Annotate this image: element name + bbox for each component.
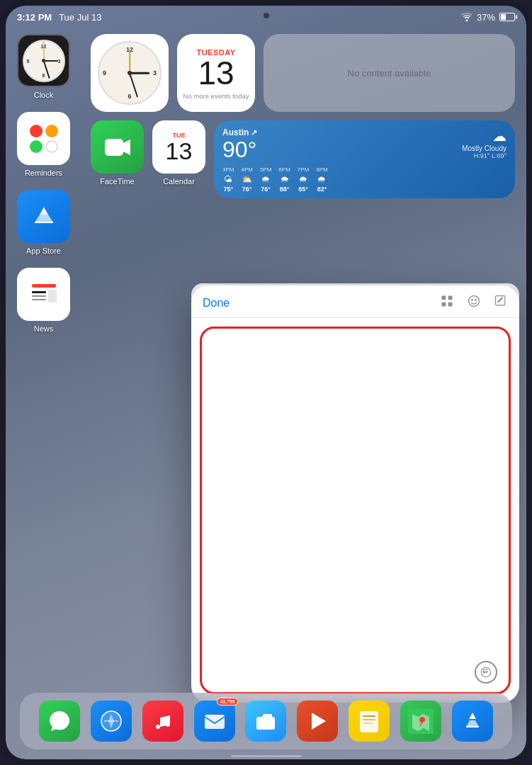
scribble-button[interactable] (475, 661, 497, 684)
status-right: 37% (461, 12, 515, 23)
widget-preview-area[interactable] (200, 327, 511, 694)
dock-mail[interactable]: 43,759 (194, 701, 235, 742)
cal-events-text: No more events today (178, 89, 255, 103)
panel-icon-buttons (440, 294, 508, 312)
music-icon (150, 708, 176, 734)
svg-rect-6 (105, 139, 123, 156)
appstore-symbol (30, 203, 58, 231)
svg-rect-5 (48, 290, 57, 302)
clock-app-label: Clock (34, 91, 54, 99)
weather-high-low: H:91° L:69° (462, 152, 506, 159)
weather-condition: Mostly Cloudy (462, 144, 506, 152)
svg-point-13 (472, 300, 473, 301)
svg-point-12 (469, 296, 480, 307)
facetime-icon[interactable] (91, 120, 144, 174)
app-appstore[interactable]: App Store (17, 190, 70, 255)
safari-icon (98, 708, 124, 734)
weather-city: Austin ↗ (222, 128, 257, 137)
appstore-dock-icon (460, 708, 485, 734)
news-symbol (26, 277, 62, 312)
svg-rect-28 (363, 722, 373, 724)
wifi-icon (461, 13, 472, 21)
panel-header: Done (191, 285, 519, 318)
dock-appstore-icon[interactable] (452, 701, 493, 742)
svg-rect-9 (448, 296, 453, 300)
ipad-frame: 3:12 PM Tue Jul 13 37% (0, 0, 532, 765)
svg-marker-24 (312, 713, 326, 730)
svg-rect-8 (442, 296, 446, 300)
calendar-large-widget[interactable]: TUESDAY 13 No more events today (177, 34, 255, 112)
dock-messages[interactable] (39, 701, 80, 742)
svg-rect-26 (363, 715, 375, 717)
spark-icon (305, 708, 330, 734)
svg-point-30 (419, 717, 425, 722)
forecast-5pm: 5PM 🌧 76° (260, 166, 271, 193)
clock-app-icon[interactable]: 12 3 6 9 (17, 34, 70, 87)
cal-icon-date: 13 (166, 139, 193, 163)
calendar-icon[interactable]: TUE 13 (152, 120, 205, 174)
forecast-6pm: 6PM 🌧 88° (278, 166, 290, 193)
appstore-app-icon[interactable] (17, 190, 70, 243)
forecast-4pm: 4PM ⛅ 76° (241, 166, 252, 193)
forecast-3pm: 3PM 🌤 75° (222, 166, 234, 193)
done-button[interactable]: Done (203, 297, 230, 310)
svg-marker-7 (123, 140, 130, 155)
widget-edit-panel: Done (191, 285, 519, 703)
widgets-area: 12 3 6 9 TUESDAY 13 No more events today (91, 34, 515, 198)
left-apps-column: 12 3 6 9 Clock (17, 34, 70, 333)
svg-point-14 (475, 300, 477, 301)
dock-spark[interactable] (297, 701, 338, 742)
no-content-text: No content available (348, 68, 431, 79)
dock-notes[interactable] (349, 701, 390, 742)
svg-rect-22 (205, 715, 225, 729)
dock-music[interactable] (142, 701, 183, 742)
svg-rect-10 (442, 302, 446, 307)
reminders-app-icon[interactable] (17, 112, 70, 165)
facetime-symbol (102, 132, 133, 163)
facetime-widget[interactable]: FaceTime (91, 120, 144, 186)
forecast-7pm: 7PM 🌧 85° (298, 166, 309, 193)
news-app-icon[interactable] (17, 268, 70, 321)
svg-rect-2 (32, 291, 46, 293)
svg-rect-1 (32, 284, 56, 288)
widget-row-1: 12 3 6 9 TUESDAY 13 No more events today (91, 34, 515, 112)
app-reminders[interactable]: Reminders (17, 112, 70, 177)
ipad-screen: 3:12 PM Tue Jul 13 37% (6, 6, 526, 759)
weather-widget[interactable]: Austin ↗ 90° ☁ Mostly Cloudy H:91° L:69° (214, 120, 515, 198)
smiley-icon-button[interactable] (467, 294, 481, 312)
grid-icon-button[interactable] (440, 294, 454, 312)
clock-widget[interactable]: 12 3 6 9 (91, 34, 169, 112)
dock-files[interactable] (245, 701, 286, 742)
dock: 43,759 (20, 693, 512, 749)
appstore-app-label: App Store (26, 246, 61, 255)
mail-icon (202, 708, 227, 734)
home-indicator (231, 755, 302, 757)
dock-safari[interactable] (91, 701, 132, 742)
clock-center (128, 71, 132, 75)
weather-cloud-icon: ☁ (462, 128, 506, 144)
status-left: 3:12 PM Tue Jul 13 (17, 12, 101, 23)
clock-face: 12 3 6 9 (98, 41, 162, 105)
files-icon (253, 708, 278, 734)
maps-icon (408, 708, 434, 734)
calendar-label: Calendar (163, 177, 195, 186)
calendar-small-widget[interactable]: TUE 13 Calendar (152, 120, 205, 186)
svg-rect-27 (363, 719, 375, 720)
notes-icon (356, 708, 382, 734)
battery-percent: 37% (477, 12, 495, 23)
app-news[interactable]: News (17, 268, 70, 333)
widget-row-2: FaceTime TUE 13 Calendar Austin (91, 120, 515, 198)
mail-badge: 43,759 (217, 698, 237, 706)
no-content-widget[interactable]: No content available (264, 34, 515, 112)
status-time: 3:12 PM (17, 12, 52, 23)
battery-icon (499, 13, 515, 21)
location-arrow: ↗ (251, 128, 257, 137)
cal-date-big: 13 (198, 57, 234, 89)
reminders-app-label: Reminders (25, 169, 62, 177)
dock-maps[interactable] (400, 701, 441, 742)
app-clock[interactable]: 12 3 6 9 Clock (17, 34, 70, 99)
weather-temp: 90° (222, 137, 257, 162)
edit-icon-button[interactable] (494, 294, 508, 312)
battery-fill (501, 14, 506, 20)
camera-dot (264, 13, 269, 18)
